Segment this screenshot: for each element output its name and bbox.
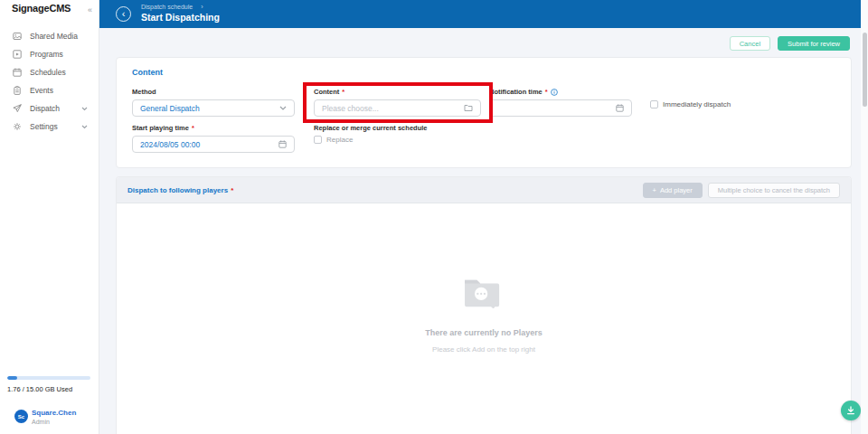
back-button[interactable]: ‹ xyxy=(116,6,131,22)
notification-time-picker[interactable] xyxy=(489,99,632,117)
add-player-button[interactable]: + Add player xyxy=(643,183,703,198)
download-icon xyxy=(846,406,855,415)
sidebar-item-label: Settings xyxy=(30,122,58,131)
image-icon xyxy=(13,32,22,41)
user-role: Admin xyxy=(32,419,50,425)
sidebar-item-schedules[interactable]: Schedules xyxy=(0,63,99,81)
toolbar: Cancel Submit for review xyxy=(730,36,850,51)
replace-option[interactable]: Replace xyxy=(314,136,427,144)
sidebar-item-shared-media[interactable]: Shared Media xyxy=(0,27,99,45)
players-empty-state: There are currently no Players Please cl… xyxy=(117,203,851,354)
calendar-icon xyxy=(13,68,22,77)
notification-time-input[interactable] xyxy=(497,104,616,113)
avatar[interactable]: Sc xyxy=(14,410,28,423)
page-title: Start Dispatching xyxy=(141,12,220,23)
app-logo: SignageCMS xyxy=(12,3,71,14)
breadcrumb-label: Dispatch schedule xyxy=(141,4,193,10)
calendar-icon[interactable] xyxy=(278,140,287,148)
chevron-down-icon xyxy=(81,107,88,111)
start-playing-time-picker[interactable] xyxy=(132,136,295,153)
clipboard-icon xyxy=(13,86,22,95)
chevron-down-icon xyxy=(81,125,88,129)
gear-icon xyxy=(13,122,22,131)
sidebar-item-label: Schedules xyxy=(30,68,66,77)
required-mark: * xyxy=(342,88,344,96)
plus-icon: + xyxy=(653,186,656,194)
players-card: Dispatch to following players * + Add pl… xyxy=(116,176,852,434)
back-chevron-icon: ‹ xyxy=(122,9,126,19)
info-icon[interactable] xyxy=(551,89,558,96)
immediately-dispatch-label: Immediately dispatch xyxy=(663,100,731,108)
replace-merge-label: Replace or merge current schedule xyxy=(314,124,427,132)
storage-used-label: 1.76 / 15.00 GB Used xyxy=(7,385,72,393)
players-card-title: Dispatch to following players xyxy=(127,186,228,194)
main-content: Cancel Submit for review Content Method … xyxy=(99,28,861,434)
sidebar-item-events[interactable]: Events xyxy=(0,81,99,99)
method-field: Method General Dispatch xyxy=(132,88,295,117)
sidebar-collapse-icon[interactable]: « xyxy=(88,5,92,14)
sidebar-item-label: Dispatch xyxy=(30,104,60,113)
replace-merge-field: Replace or merge current schedule Replac… xyxy=(314,124,427,144)
sidebar-item-settings[interactable]: Settings xyxy=(0,118,99,136)
method-label: Method xyxy=(132,88,156,96)
players-card-header: Dispatch to following players * + Add pl… xyxy=(117,177,851,203)
required-mark: * xyxy=(545,88,548,96)
empty-state-subtitle: Please click Add on the top right xyxy=(432,345,535,354)
folder-icon[interactable] xyxy=(464,104,473,112)
sidebar: SignageCMS « Shared Media Programs Sched… xyxy=(0,0,99,434)
sidebar-item-label: Programs xyxy=(30,50,63,59)
start-playing-time-field: Start playing time * xyxy=(132,124,295,153)
storage-fill xyxy=(7,376,17,380)
scrollbar-track xyxy=(861,0,868,434)
breadcrumb[interactable]: Dispatch schedule › xyxy=(141,4,203,10)
storage-progress-bar xyxy=(7,376,90,380)
method-select[interactable]: General Dispatch xyxy=(132,99,295,117)
folder-search-icon xyxy=(463,274,505,310)
sidebar-item-label: Shared Media xyxy=(30,32,78,41)
required-mark: * xyxy=(231,186,233,194)
immediately-dispatch-checkbox[interactable] xyxy=(650,100,658,108)
notification-time-label: Notification time xyxy=(489,88,542,96)
empty-state-title: There are currently no Players xyxy=(425,328,542,337)
sidebar-item-programs[interactable]: Programs xyxy=(0,45,99,63)
start-playing-time-input[interactable] xyxy=(140,140,278,149)
multi-cancel-dispatch-button[interactable]: Multiple choice to cancel the dispatch xyxy=(708,183,840,198)
breadcrumb-separator-icon: › xyxy=(201,4,203,10)
replace-checkbox[interactable] xyxy=(314,136,322,144)
page-header: ‹ Dispatch schedule › Start Dispatching xyxy=(99,0,861,28)
required-mark: * xyxy=(192,124,194,132)
content-card: Content Method General Dispatch Content … xyxy=(116,57,852,168)
download-fab-button[interactable] xyxy=(841,401,861,420)
content-label: Content xyxy=(314,88,339,96)
method-value: General Dispatch xyxy=(140,104,279,113)
content-field: Content * xyxy=(314,88,481,117)
immediately-dispatch-option[interactable]: Immediately dispatch xyxy=(650,100,731,108)
send-icon xyxy=(13,104,22,113)
user-name[interactable]: Square.Chen xyxy=(32,409,76,417)
start-playing-time-label: Start playing time xyxy=(132,124,189,132)
cancel-button[interactable]: Cancel xyxy=(730,36,770,51)
content-picker[interactable] xyxy=(314,99,481,117)
scrollbar-thumb[interactable] xyxy=(863,33,867,107)
play-square-icon xyxy=(13,50,22,59)
content-input[interactable] xyxy=(322,104,464,113)
sidebar-item-label: Events xyxy=(30,86,53,95)
notification-time-field: Notification time * xyxy=(489,88,632,117)
replace-label: Replace xyxy=(326,136,353,144)
submit-for-review-button[interactable]: Submit for review xyxy=(778,36,850,51)
sidebar-nav: Shared Media Programs Schedules Events D… xyxy=(0,27,99,136)
content-card-title: Content xyxy=(132,68,163,77)
sidebar-item-dispatch[interactable]: Dispatch xyxy=(0,99,99,118)
chevron-down-icon xyxy=(279,106,287,111)
calendar-icon[interactable] xyxy=(616,104,624,112)
